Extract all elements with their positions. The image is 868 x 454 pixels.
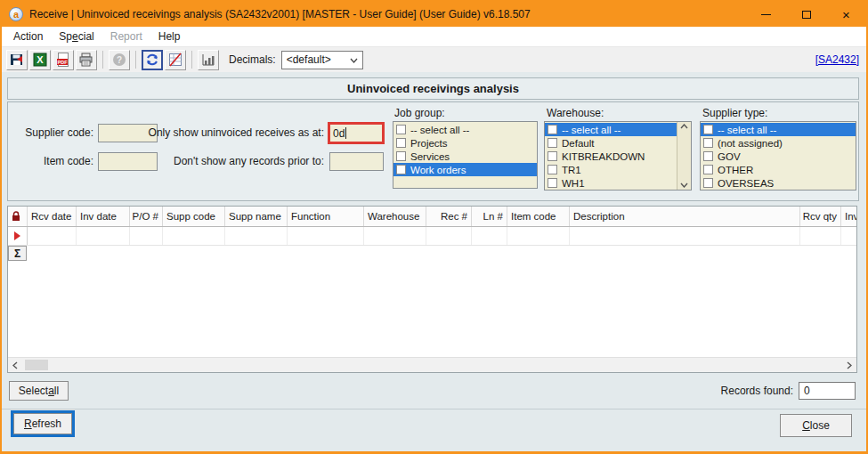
column-header-function[interactable]: Function [288,207,364,226]
list-item-label: Work orders [410,165,466,175]
checkbox-list-item[interactable]: OVERSEAS [701,176,856,190]
checkbox-list-item[interactable]: -- select all -- [393,123,537,136]
column-header-supp-code[interactable]: Supp code [163,207,225,226]
program-code-link[interactable]: [SA2432] [815,53,859,66]
checkbox[interactable] [396,151,406,161]
checkbox[interactable] [548,151,557,161]
grid-disabled-icon[interactable] [165,50,186,70]
checkbox-list-item[interactable]: Services [393,150,537,163]
checkbox[interactable] [548,165,557,174]
maximize-button[interactable] [786,2,826,27]
checkbox[interactable] [396,138,406,148]
column-header-p-o-[interactable]: P/O # [130,207,163,226]
list-item-label: (not assigned) [718,138,783,149]
checkbox-list-item[interactable]: -- select all -- [701,123,856,136]
checkbox[interactable] [703,178,713,188]
list-item-label: Services [410,151,450,162]
column-header-rec-[interactable]: Rec # [426,207,472,226]
close-label: lose [810,419,830,432]
excel-export-icon[interactable]: X [29,50,51,70]
job-group-label: Job group: [394,107,445,119]
svg-text:X: X [37,54,44,65]
column-header-supp-name[interactable]: Supp name [225,207,288,226]
save-icon[interactable] [6,50,28,70]
maximize-icon [802,11,811,19]
help-icon[interactable]: ? [109,50,130,70]
chart-icon[interactable] [198,50,219,70]
sigma-cell: Σ [8,246,27,261]
empty-cell [77,227,130,245]
empty-cell [163,227,225,245]
as-at-input[interactable]: 0d [328,122,385,144]
list-item-label: OTHER [718,165,753,175]
column-header-ln-[interactable]: Ln # [472,207,507,226]
checkbox-list-item[interactable]: (not assigned) [701,136,856,150]
scroll-up-icon[interactable] [680,124,688,129]
job-group-list: -- select all --ProjectsServicesWork ord… [393,121,538,189]
minimize-button[interactable] [746,2,786,27]
checkbox-list-item[interactable]: Default [545,136,677,150]
column-header-inv-date[interactable]: Inv date [77,207,130,226]
page-title: Uninvoiced receivings analysis [7,77,859,100]
checkbox-list-item[interactable]: KITBREAKDOWN [545,150,677,163]
summary-row: Σ [8,246,856,261]
scroll-left-icon[interactable] [8,358,22,372]
column-header-rcv-qty[interactable]: Rcv qty [800,207,841,226]
checkbox[interactable] [703,151,713,161]
table-row[interactable] [8,227,856,246]
checkbox[interactable] [548,138,557,148]
column-header-rcv-date[interactable]: Rcv date [28,207,77,226]
pdf-export-icon[interactable]: PDF [53,50,74,70]
menu-item-sp[interactable]: Special [51,28,101,45]
close-accesskey: C [802,419,810,432]
menu-item-help[interactable]: Help [150,28,189,45]
column-header-description[interactable]: Description [570,207,800,226]
warehouse-list: -- select all --DefaultKITBREAKDOWNTR1WH… [544,121,692,191]
checkbox-list-item[interactable]: GOV [701,150,856,163]
checkbox[interactable] [703,138,713,148]
page-title-text: Uninvoiced receivings analysis [347,82,519,95]
column-header-item-code[interactable]: Item code [507,207,570,226]
refresh-button[interactable]: Refresh [13,413,72,434]
checkbox-list-item[interactable]: Projects [393,136,537,150]
decimals-dropdown[interactable]: <default> [281,51,363,69]
svg-text:PDF: PDF [58,60,69,65]
checkbox[interactable] [703,165,713,174]
warehouse-list-scrollbar[interactable] [677,122,691,190]
close-button[interactable]: Close [780,414,852,437]
grid-horizontal-scrollbar[interactable] [8,357,856,372]
prior-to-input[interactable] [329,152,384,171]
checkbox[interactable] [548,125,557,134]
checkbox-list-item[interactable]: OTHER [701,163,856,176]
checkbox[interactable] [396,165,406,174]
list-item-label: -- select all -- [410,125,469,135]
checkbox-list-item[interactable]: WH1 [545,176,677,190]
checkbox-list-item[interactable]: TR1 [545,163,677,176]
refresh-icon[interactable] [142,50,163,70]
scroll-down-icon[interactable] [680,182,688,188]
column-header-lock[interactable] [8,207,28,226]
decimals-label: Decimals: [229,53,276,66]
item-code-label: Item code: [20,155,93,167]
column-header-warehouse[interactable]: Warehouse [364,207,426,226]
list-item-label: Projects [410,138,448,149]
checkbox[interactable] [396,125,406,134]
scroll-right-icon[interactable] [842,358,856,372]
checkbox-list-item[interactable]: Work orders [393,163,537,176]
prior-to-label: Don't show any records prior to: [142,155,324,167]
list-item-label: TR1 [562,165,581,175]
checkbox-list-item[interactable]: -- select all -- [545,123,677,136]
menu-item-action[interactable]: Action [5,28,51,45]
records-found: Records found: 0 [721,382,856,400]
print-icon[interactable] [76,50,97,70]
checkbox[interactable] [703,125,713,134]
scrollbar-thumb[interactable] [25,360,48,370]
close-window-button[interactable]: × [826,2,866,27]
checkbox[interactable] [548,178,557,188]
records-found-value: 0 [799,382,856,400]
results-grid: Rcv dateInv dateP/O #Supp codeSupp nameF… [7,206,857,373]
select-all-button[interactable]: Select all [9,381,69,401]
lock-icon [12,211,20,222]
column-header-inv[interactable]: Inv [841,207,857,226]
refresh-label: efresh [32,418,61,430]
